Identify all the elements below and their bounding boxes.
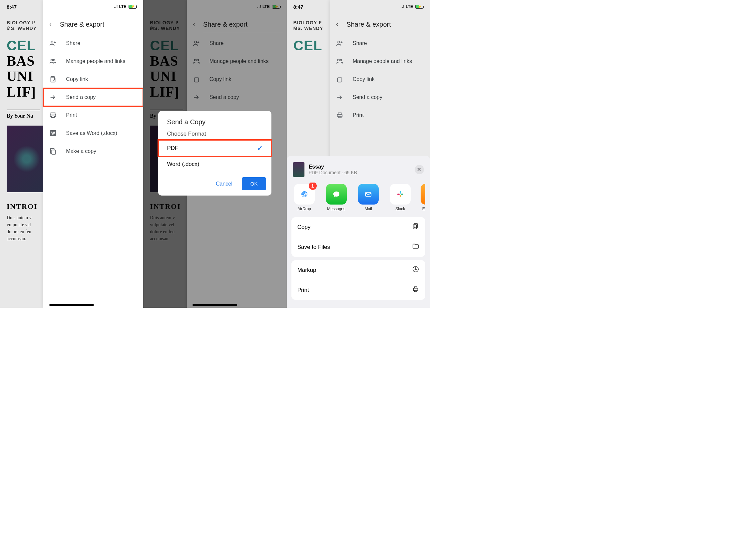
action-save-files[interactable]: Save to Files: [291, 237, 425, 257]
share-export-panel: ::! LTE ⚡ ‹ Share & export Share Manage …: [43, 0, 143, 308]
messages-icon: [326, 184, 347, 205]
action-print[interactable]: Print: [291, 280, 425, 300]
battery-icon: ⚡: [129, 5, 137, 9]
app-more[interactable]: E: [421, 184, 425, 211]
check-icon: ✓: [257, 144, 263, 152]
svg-rect-4: [52, 150, 56, 154]
app-slack[interactable]: Slack: [389, 184, 412, 211]
person-add-icon: [49, 40, 57, 47]
home-indicator[interactable]: [49, 304, 94, 306]
svg-point-17: [302, 193, 306, 196]
send-icon: [49, 94, 57, 101]
option-pdf[interactable]: PDF ✓: [158, 140, 271, 157]
folder-icon: [412, 243, 419, 252]
people-icon: [49, 58, 57, 65]
app-messages[interactable]: Messages: [325, 184, 348, 211]
slack-icon: [390, 184, 411, 205]
menu-make-copy[interactable]: Make a copy: [43, 142, 143, 160]
svg-rect-14: [338, 113, 341, 115]
copy-pages-icon: [412, 223, 419, 232]
file-thumbnail: [293, 162, 305, 177]
phone-1: 8:47 ‹ BIOLOGY P MS. WENDY CELBASUNILIF]…: [0, 0, 143, 308]
svg-point-1: [51, 59, 53, 61]
svg-rect-23: [397, 194, 399, 195]
action-copy[interactable]: Copy: [291, 217, 425, 237]
svg-point-9: [338, 41, 340, 43]
menu-print[interactable]: Print: [43, 106, 143, 124]
svg-rect-21: [401, 194, 403, 195]
file-meta: PDF Document · 69 KB: [309, 170, 411, 175]
back-chevron-icon[interactable]: ‹: [7, 23, 9, 32]
svg-point-11: [340, 59, 342, 61]
phone-2: ‹ BIOLOGY P MS. WENDY CELBASUNILIF] By Y…: [143, 0, 286, 308]
send-copy-dialog: Send a Copy Choose Format PDF ✓ Word (.d…: [158, 111, 271, 196]
menu-share[interactable]: Share: [43, 34, 143, 52]
option-word[interactable]: Word (.docx): [158, 157, 271, 172]
svg-rect-19: [365, 193, 371, 197]
svg-rect-25: [413, 225, 417, 229]
mail-icon: [358, 184, 379, 205]
svg-rect-24: [414, 224, 417, 228]
svg-rect-28: [414, 287, 417, 288]
file-name: Essay: [309, 164, 411, 170]
svg-point-0: [51, 41, 53, 43]
svg-point-10: [338, 59, 340, 61]
cancel-button[interactable]: Cancel: [212, 178, 236, 190]
app-airdrop[interactable]: 1 AirDrop: [293, 184, 316, 211]
panel-back-icon[interactable]: ‹: [49, 20, 52, 29]
ios-share-sheet: Essay PDF Document · 69 KB ✕ 1 AirDrop M…: [287, 156, 430, 308]
home-indicator[interactable]: [192, 304, 237, 306]
print-action-icon: [412, 285, 419, 294]
copy-icon: [49, 148, 57, 155]
ok-button[interactable]: OK: [242, 177, 266, 190]
menu-manage-people[interactable]: Manage people and links: [43, 52, 143, 70]
share-apps-row[interactable]: 1 AirDrop Messages Mail Slack: [291, 183, 425, 217]
svg-rect-12: [338, 78, 342, 82]
panel-title: Share & export: [60, 21, 104, 28]
close-button[interactable]: ✕: [415, 165, 424, 174]
menu-send-copy[interactable]: Send a copy: [43, 88, 143, 106]
action-markup[interactable]: Markup: [291, 260, 425, 280]
svg-rect-22: [400, 195, 401, 197]
network-label: LTE: [119, 4, 127, 9]
dialog-title: Send a Copy: [158, 111, 271, 129]
signal-icon: ::!: [114, 4, 118, 9]
svg-point-2: [53, 59, 55, 61]
phone-3: 8:47 ‹ BIOLOGY P MS. WENDY CEL ::! LTE ⚡…: [287, 0, 430, 308]
markup-icon: [412, 266, 419, 274]
word-icon: W: [49, 130, 57, 137]
status-time: 8:47: [7, 4, 17, 10]
airdrop-icon: 1: [294, 184, 315, 205]
dialog-subtitle: Choose Format: [158, 129, 271, 140]
badge: 1: [309, 183, 317, 190]
app-mail[interactable]: Mail: [357, 184, 380, 211]
menu-copy-link[interactable]: Copy link: [43, 70, 143, 88]
menu-save-word[interactable]: W Save as Word (.docx): [43, 124, 143, 142]
svg-point-16: [303, 193, 305, 195]
link-icon: [49, 76, 57, 83]
svg-rect-20: [400, 191, 401, 194]
print-icon: [49, 112, 57, 119]
